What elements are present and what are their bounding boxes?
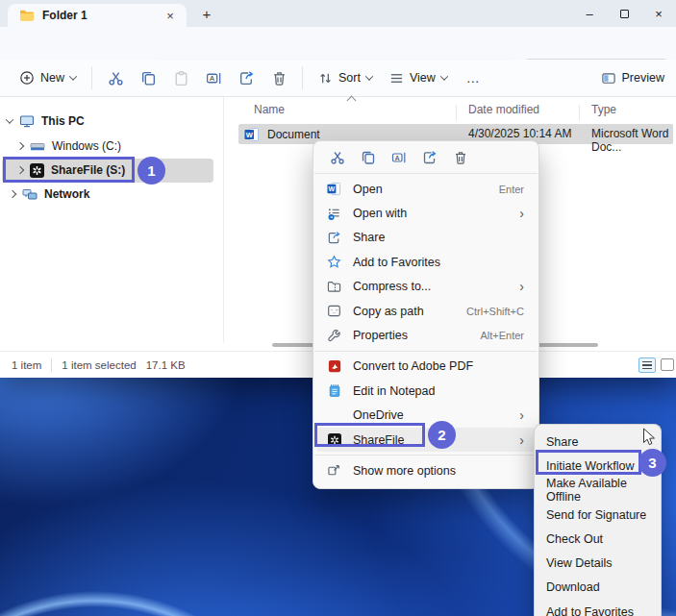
tab-folder-1[interactable]: Folder 1 × — [8, 4, 187, 27]
toolbar-divider — [302, 66, 303, 89]
more-options-icon[interactable]: … — [457, 70, 490, 86]
sidebar-item-windows-c[interactable]: Windows (C:) — [17, 135, 121, 158]
view-lines-icon — [389, 71, 404, 86]
maximize-button[interactable] — [607, 0, 641, 27]
submenu-item-view-details[interactable]: View Details — [535, 551, 661, 575]
menu-item-label: OneDrive — [353, 408, 519, 422]
details-view-toggle[interactable] — [638, 357, 656, 373]
column-header-name[interactable]: Name — [254, 103, 285, 116]
annotation-rect-step1 — [3, 157, 135, 183]
view-button-label: View — [410, 71, 436, 85]
column-header-type[interactable]: Type — [591, 103, 616, 116]
sidebar-item-label: This PC — [41, 114, 85, 128]
toolbar-divider — [91, 66, 92, 89]
sidebar-item-this-pc[interactable]: This PC — [7, 110, 85, 133]
submenu-item-send-for-signature[interactable]: Send for Signature — [535, 503, 661, 527]
annotation-rect-step2 — [314, 423, 425, 447]
preview-button[interactable]: Preview — [601, 71, 664, 86]
submenu-item-add-to-favorites[interactable]: Add to Favorites — [535, 600, 661, 616]
menu-item-compress-to[interactable]: Compress to... › — [316, 275, 536, 299]
submenu-item-check-out[interactable]: Check Out — [535, 527, 661, 551]
item-count: 1 item — [12, 359, 41, 371]
menu-item-label: Compress to... — [353, 280, 519, 293]
mouse-cursor — [642, 428, 656, 447]
chevron-down-icon[interactable] — [6, 115, 13, 123]
pane-divider — [223, 97, 224, 343]
new-button-label: New — [40, 71, 64, 85]
menu-item-label: Add to Favorites — [353, 256, 524, 269]
tab-title: Folder 1 — [42, 9, 154, 22]
chevron-down-icon — [69, 72, 77, 80]
copy-icon[interactable] — [360, 149, 377, 166]
tab-close-icon[interactable]: × — [162, 9, 179, 23]
submenu-item-make-available-offline[interactable]: Make Available Offline — [535, 479, 661, 503]
chevron-down-icon — [440, 72, 448, 80]
menu-item-label: Properties — [353, 329, 480, 342]
paste-button[interactable] — [165, 64, 196, 91]
status-divider — [51, 358, 52, 372]
minimize-button[interactable]: – — [572, 0, 607, 27]
share-button[interactable] — [231, 64, 262, 91]
copy-button[interactable] — [133, 64, 163, 91]
menu-item-show-more-options[interactable]: Show more options — [316, 458, 536, 482]
copy-as-path-icon: “..” — [326, 303, 342, 319]
close-button[interactable]: × — [641, 0, 676, 27]
star-icon — [326, 254, 342, 270]
submenu-item-label: Check Out — [546, 532, 603, 546]
drive-icon — [30, 138, 45, 154]
rename-icon[interactable]: A — [390, 149, 408, 166]
menu-item-edit-in-notepad[interactable]: Edit in Notepad — [316, 379, 536, 403]
show-more-options-icon — [326, 462, 342, 479]
adobe-pdf-icon — [326, 358, 342, 375]
menu-item-open[interactable]: W Open Enter — [316, 177, 536, 201]
column-header-date-modified[interactable]: Date modified — [468, 103, 539, 116]
menu-item-add-to-favorites[interactable]: Add to Favorites — [316, 250, 536, 274]
monitor-icon — [19, 113, 35, 129]
menu-item-open-with[interactable]: Open with › — [316, 201, 536, 225]
new-button[interactable]: New — [12, 65, 84, 90]
onedrive-icon-placeholder — [326, 407, 342, 424]
submenu-item-label: Make Available Offline — [546, 477, 661, 504]
column-resize-handle[interactable] — [579, 105, 580, 120]
cut-button[interactable] — [100, 64, 131, 91]
submenu-arrow-icon: › — [519, 433, 524, 447]
sidebar-item-label: Windows (C:) — [52, 139, 121, 153]
icons-view-toggle[interactable] — [661, 358, 674, 371]
maximize-icon — [620, 10, 629, 18]
menu-item-convert-to-adobe-pdf[interactable]: Convert to Adobe PDF — [316, 355, 536, 379]
svg-text:A: A — [395, 154, 400, 160]
menu-item-copy-as-path[interactable]: “..” Copy as path Ctrl+Shift+C — [316, 299, 536, 323]
menu-item-shortcut: Enter — [499, 184, 524, 195]
share-icon — [326, 230, 342, 246]
address-bar: ← → ↑ › … 2025 › Product Documentation ›… — [0, 27, 676, 60]
file-type: Microsoft Word Doc... — [591, 127, 676, 154]
rename-button[interactable]: A — [198, 64, 229, 91]
chevron-down-icon — [365, 72, 373, 80]
menu-item-properties[interactable]: Properties Alt+Enter — [316, 323, 536, 347]
network-icon — [22, 186, 38, 202]
menu-item-share[interactable]: Share — [316, 226, 536, 250]
share-icon[interactable] — [421, 149, 438, 166]
column-resize-handle[interactable] — [456, 105, 457, 120]
sort-button[interactable]: Sort — [311, 66, 380, 90]
word-icon: W — [326, 181, 342, 197]
tab-bar: Folder 1 × + – × — [0, 0, 676, 27]
chevron-right-icon[interactable] — [16, 142, 24, 150]
word-document-icon: W — [244, 127, 260, 142]
delete-button[interactable] — [263, 64, 294, 91]
chevron-right-icon[interactable] — [9, 190, 16, 198]
menu-item-label: Convert to Adobe PDF — [353, 359, 524, 373]
preview-button-label: Preview — [622, 71, 664, 85]
view-button[interactable]: View — [382, 66, 455, 90]
menu-item-shortcut: Alt+Enter — [480, 330, 524, 341]
cut-icon[interactable] — [329, 149, 346, 166]
submenu-item-label: Share — [546, 435, 578, 449]
new-tab-button[interactable]: + — [196, 5, 217, 24]
annotation-rect-step3 — [536, 450, 641, 475]
submenu-arrow-icon: › — [519, 280, 524, 293]
delete-icon[interactable] — [452, 149, 469, 166]
submenu-arrow-icon: › — [519, 207, 524, 220]
sidebar-item-network[interactable]: Network — [10, 183, 89, 206]
submenu-item-label: Send for Signature — [546, 508, 646, 522]
submenu-item-download[interactable]: Download — [535, 576, 661, 600]
